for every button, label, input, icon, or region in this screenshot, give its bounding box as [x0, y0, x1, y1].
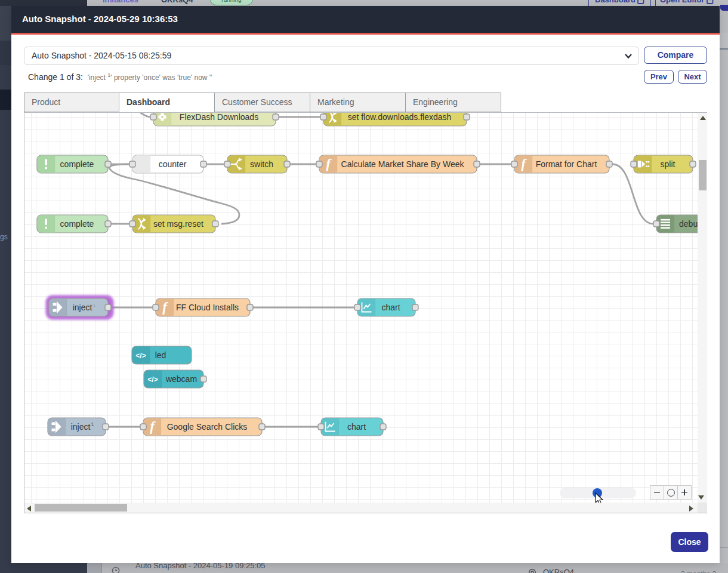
svg-text:split: split [661, 159, 675, 169]
svg-text:</>: </> [135, 352, 146, 360]
svg-text:complete: complete [60, 219, 94, 229]
svg-text:</>: </> [147, 375, 158, 384]
svg-text:Calculate Market Share By Week: Calculate Market Share By Week [341, 159, 465, 169]
svg-text:led: led [155, 350, 166, 360]
svg-text:set flow.downloads.flexdash: set flow.downloads.flexdash [348, 113, 452, 122]
svg-text:FlexDash Downloads: FlexDash Downloads [180, 113, 258, 122]
svg-text:FF Cloud Installs: FF Cloud Installs [176, 303, 239, 312]
svg-text:chart: chart [347, 422, 366, 432]
svg-text:complete: complete [60, 159, 94, 169]
svg-text:chart: chart [381, 303, 400, 312]
svg-text:inject: inject [73, 303, 92, 312]
svg-text:set msg.reset: set msg.reset [153, 219, 203, 229]
svg-text:debug: debug [679, 219, 698, 229]
svg-text:inject: inject [71, 422, 91, 432]
svg-text:switch: switch [250, 159, 273, 169]
svg-text:counter: counter [159, 159, 187, 169]
svg-text:Format for Chart: Format for Chart [536, 159, 597, 169]
svg-text:webcam: webcam [165, 374, 197, 384]
svg-text:Google Search Clicks: Google Search Clicks [167, 422, 248, 432]
svg-text:1: 1 [91, 421, 94, 427]
svg-text:1: 1 [93, 303, 96, 308]
